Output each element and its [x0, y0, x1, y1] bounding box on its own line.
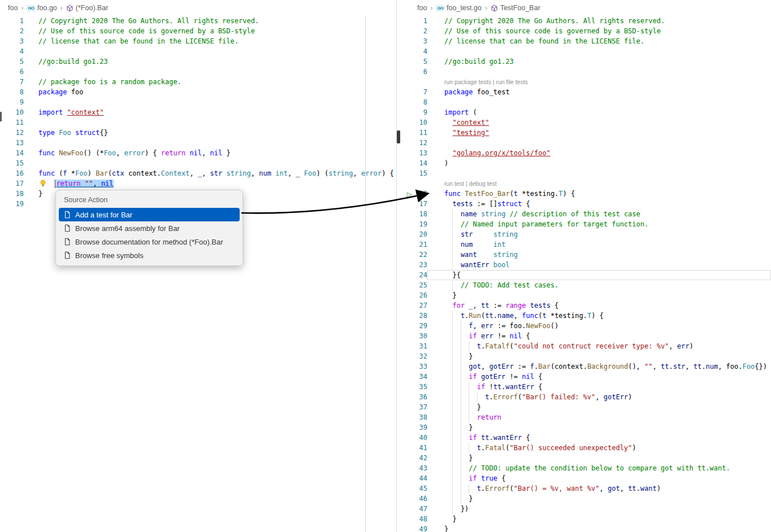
code-line[interactable]: 44if true {	[397, 473, 771, 483]
code-line[interactable]: 31t.Fatalf("could not contruct receiver …	[397, 341, 771, 351]
code-line[interactable]: 11"testing"	[397, 128, 771, 138]
code-line[interactable]: 22want string	[397, 250, 771, 260]
code-line[interactable]: 17tests := []struct {	[397, 199, 771, 209]
code-line[interactable]: 49}	[397, 524, 771, 532]
breadcrumb-item[interactable]: TestFoo_Bar	[491, 4, 540, 12]
code-line[interactable]: 40if tt.wantErr {	[397, 433, 771, 443]
code-lens-link[interactable]: run package tests | run file tests	[444, 79, 528, 85]
code-line[interactable]: 27for _, tt := range tests {	[397, 300, 771, 311]
gutter-glyph-margin	[397, 412, 415, 422]
indent-guide	[452, 229, 460, 239]
code-line[interactable]: 17return "", nil	[0, 178, 396, 189]
code-line[interactable]: 14func NewFoo() (*Foo, error) { return n…	[0, 148, 396, 158]
code-line[interactable]: 24}{	[397, 270, 771, 280]
code-line[interactable]: 9	[0, 97, 396, 107]
breadcrumb-separator: ›	[60, 4, 63, 12]
code-line[interactable]: 35if !tt.wantErr {	[397, 382, 771, 392]
code-line[interactable]: 5//go:build go1.23	[397, 56, 771, 67]
code-line[interactable]: 12	[397, 138, 771, 148]
code-line[interactable]: 3// license that can be found in the LIC…	[0, 36, 396, 46]
code-line[interactable]: 45t.Errorf("Bar() = %v, want %v", got, t…	[397, 483, 771, 494]
code-line[interactable]: 21num int	[397, 239, 771, 250]
code-line[interactable]: 29f, err := foo.NewFoo()	[397, 321, 771, 331]
code-text: import "context"	[24, 107, 396, 117]
code-line[interactable]: 41t.Fatal("Bar() succeeded unexpectedly"…	[397, 443, 771, 453]
code-editor-right[interactable]: 1// Copyright 2020 The Go Authors. All r…	[397, 16, 771, 532]
menu-item[interactable]: Add a test for Bar	[59, 208, 240, 221]
breadcrumb-item[interactable]: GOfoo.go	[27, 4, 57, 12]
code-line[interactable]: 19// Named input parameters for target f…	[397, 219, 771, 229]
code-line[interactable]: 8package foo	[0, 87, 396, 97]
code-line[interactable]: 20str string	[397, 229, 771, 239]
code-line[interactable]: 15	[0, 158, 396, 168]
line-number: 4	[415, 46, 427, 56]
code-line[interactable]: 18name string // description of this tes…	[397, 209, 771, 219]
code-line[interactable]: 4	[0, 46, 396, 56]
code-line[interactable]: 34if gotErr != nil {	[397, 372, 771, 382]
code-line[interactable]: 13"golang.org/x/tools/foo"	[397, 148, 771, 158]
code-line[interactable]: 36t.Errorf("Bar() failed: %v", gotErr)	[397, 392, 771, 402]
code-line[interactable]: 2// Use of this source code is governed …	[397, 26, 771, 36]
code-line[interactable]: 6	[397, 67, 771, 77]
code-lens-link[interactable]: run test | debug test	[444, 180, 497, 187]
indent-guide	[461, 412, 469, 422]
code-editor-left[interactable]: 1// Copyright 2020 The Go Authors. All r…	[0, 16, 396, 209]
gutter-glyph-margin	[397, 178, 415, 189]
code-line[interactable]: 4	[397, 46, 771, 56]
code-line[interactable]: 14)	[397, 158, 771, 168]
code-line[interactable]: 7// package foo is a random package.	[0, 77, 396, 87]
code-line[interactable]: 37}	[397, 402, 771, 412]
code-line[interactable]: 30if err != nil {	[397, 331, 771, 341]
breadcrumb-item[interactable]: foo	[8, 4, 18, 12]
code-line[interactable]: 5//go:build go1.23	[0, 56, 396, 67]
code-line[interactable]: 26}	[397, 290, 771, 300]
code-line[interactable]: 13	[0, 138, 396, 148]
code-line[interactable]: 48}	[397, 514, 771, 524]
breadcrumb-label: foo	[8, 4, 18, 12]
line-number: 1	[0, 16, 24, 26]
code-line[interactable]: 42}	[397, 453, 771, 463]
code-line[interactable]: 8	[397, 97, 771, 107]
code-text: name string // description of this test …	[427, 209, 771, 219]
code-line[interactable]: 28t.Run(tt.name, func(t *testing.T) {	[397, 311, 771, 321]
code-line[interactable]: 7package foo_test	[397, 87, 771, 97]
code-line[interactable]: 15	[397, 168, 771, 178]
code-line[interactable]: 6	[0, 67, 396, 77]
code-line[interactable]: 16func (f *Foo) Bar(ctx context.Context,…	[0, 168, 396, 178]
code-line[interactable]: 25// TODO: Add test cases.	[397, 280, 771, 290]
code-line[interactable]: 3// license that can be found in the LIC…	[397, 36, 771, 46]
code-line[interactable]: 47})	[397, 504, 771, 514]
breadcrumb-item[interactable]: GOfoo_test.go	[436, 4, 482, 12]
breadcrumb-item[interactable]: foo	[417, 4, 427, 12]
menu-item[interactable]: Browse documentation for method (*Foo).B…	[59, 235, 240, 248]
code-line[interactable]: 10import "context"	[0, 107, 396, 117]
code-line[interactable]: 10"context"	[397, 117, 771, 128]
code-line[interactable]: 2// Use of this source code is governed …	[0, 26, 396, 36]
code-line[interactable]: 23wantErr bool	[397, 260, 771, 270]
breadcrumb-item[interactable]: (*Foo).Bar	[66, 4, 109, 12]
line-number	[415, 178, 427, 189]
indent-guide	[444, 331, 452, 341]
code-line[interactable]: 33got, gotErr := f.Bar(context.Backgroun…	[397, 361, 771, 372]
code-line[interactable]: 39}	[397, 422, 771, 433]
lightbulb-icon	[40, 180, 46, 187]
indent-guide	[444, 300, 452, 311]
menu-item[interactable]: Browse free symbols	[59, 248, 240, 262]
run-test-icon[interactable]: ▷	[407, 190, 415, 199]
code-line[interactable]: ▷16func TestFoo_Bar(t *testing.T) {	[397, 189, 771, 199]
code-text	[427, 138, 771, 148]
code-line[interactable]: 32}	[397, 351, 771, 361]
code-line[interactable]: 43// TODO: update the condition below to…	[397, 463, 771, 473]
code-text: "golang.org/x/tools/foo"	[427, 148, 771, 158]
code-line[interactable]: 1// Copyright 2020 The Go Authors. All r…	[0, 16, 396, 26]
code-line[interactable]: 9import (	[397, 107, 771, 117]
code-line[interactable]: 1// Copyright 2020 The Go Authors. All r…	[397, 16, 771, 26]
line-number: 5	[0, 56, 24, 67]
breadcrumb-label: (*Foo).Bar	[76, 4, 109, 12]
code-line[interactable]: 11	[0, 117, 396, 128]
menu-item[interactable]: Browse arm64 assembly for Bar	[59, 221, 240, 235]
code-line[interactable]: 46}	[397, 494, 771, 504]
code-text: want string	[427, 250, 771, 260]
code-line[interactable]: 12type Foo struct{}	[0, 128, 396, 138]
code-line[interactable]: 38return	[397, 412, 771, 422]
